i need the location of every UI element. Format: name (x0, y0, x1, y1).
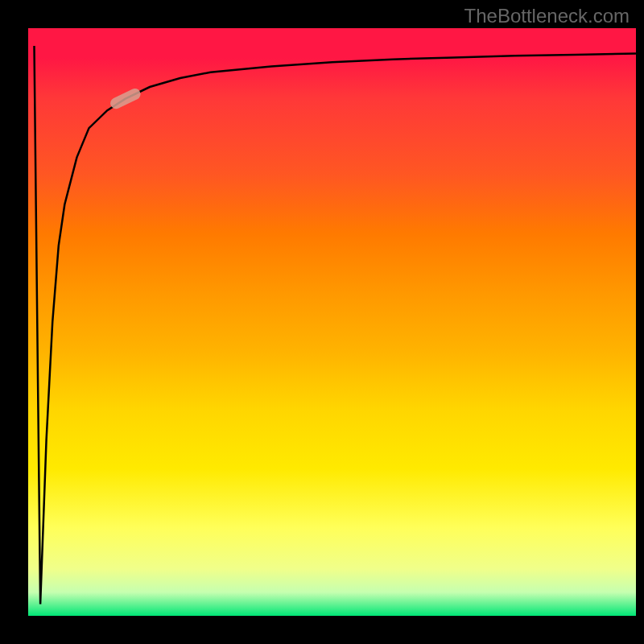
chart-container: TheBottleneck.com (0, 0, 644, 644)
attribution-label: TheBottleneck.com (464, 5, 630, 27)
highlight-marker (109, 87, 142, 111)
curve-svg (28, 28, 636, 616)
bottleneck-curve-path (35, 46, 637, 605)
